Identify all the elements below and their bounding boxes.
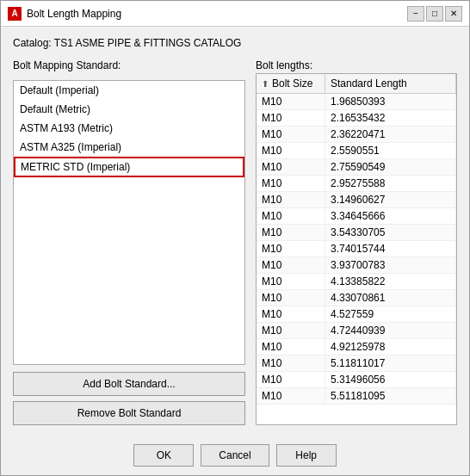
table-row[interactable]: M102.75590549 [257, 159, 456, 176]
left-panel: Bolt Mapping Standard: Default (Imperial… [13, 59, 245, 425]
title-bar: A Bolt Length Mapping − □ ✕ [1, 1, 469, 27]
table-row[interactable]: M103.93700783 [257, 257, 456, 274]
cell-bolt-size: M10 [257, 290, 325, 306]
cell-bolt-size: M10 [257, 159, 325, 175]
bolt-standard-list[interactable]: Default (Imperial) Default (Metric) ASTM… [13, 80, 245, 365]
cell-standard-length: 2.5590551 [325, 143, 456, 158]
window-controls: − □ ✕ [407, 6, 462, 22]
minimize-button[interactable]: − [407, 6, 424, 22]
cell-bolt-size: M10 [257, 323, 325, 338]
cell-standard-length: 3.93700783 [325, 257, 456, 273]
table-row[interactable]: M104.527559 [257, 306, 456, 323]
cell-standard-length: 3.34645666 [325, 208, 456, 224]
help-button[interactable]: Help [276, 444, 337, 467]
cell-standard-length: 4.92125978 [325, 339, 456, 355]
cell-standard-length: 4.72440939 [325, 323, 456, 338]
table-row[interactable]: M103.34645666 [257, 208, 456, 225]
table-header: ⬆Bolt Size Standard Length [257, 74, 456, 94]
cell-bolt-size: M10 [257, 110, 325, 126]
table-row[interactable]: M102.5590551 [257, 143, 456, 159]
maximize-button[interactable]: □ [426, 6, 443, 22]
col-header-bolt-size: ⬆Bolt Size [257, 74, 325, 93]
list-item-astm-a193[interactable]: ASTM A193 (Metric) [14, 119, 244, 138]
cell-bolt-size: M10 [257, 176, 325, 191]
bolt-length-mapping-window: A Bolt Length Mapping − □ ✕ Catalog: TS1… [0, 0, 470, 476]
cell-bolt-size: M10 [257, 372, 325, 387]
table-row[interactable]: M103.74015744 [257, 241, 456, 257]
cell-bolt-size: M10 [257, 192, 325, 207]
cell-bolt-size: M10 [257, 208, 325, 224]
table-row[interactable]: M103.54330705 [257, 225, 456, 241]
table-row[interactable]: M102.95275588 [257, 176, 456, 192]
bolt-mapping-standard-label: Bolt Mapping Standard: [13, 59, 245, 71]
table-row[interactable]: M105.51181095 [257, 388, 456, 405]
cell-standard-length: 4.527559 [325, 306, 456, 322]
dialog-footer: OK Cancel Help [1, 436, 469, 475]
standard-buttons: Add Bolt Standard... Remove Bolt Standar… [13, 372, 245, 425]
cell-bolt-size: M10 [257, 225, 325, 240]
cell-standard-length: 4.33070861 [325, 290, 456, 306]
remove-bolt-standard-button[interactable]: Remove Bolt Standard [13, 401, 245, 425]
cell-bolt-size: M10 [257, 274, 325, 289]
cell-bolt-size: M10 [257, 306, 325, 322]
main-area: Bolt Mapping Standard: Default (Imperial… [13, 59, 457, 425]
sort-icon-bolt-size: ⬆ [262, 79, 269, 89]
table-row[interactable]: M101.96850393 [257, 94, 456, 110]
table-row[interactable]: M104.92125978 [257, 339, 456, 355]
cell-bolt-size: M10 [257, 388, 325, 404]
list-item-default-metric[interactable]: Default (Metric) [14, 100, 244, 119]
app-icon: A [8, 7, 22, 21]
col-header-standard-length: Standard Length [325, 74, 456, 93]
cell-bolt-size: M10 [257, 257, 325, 273]
table-row[interactable]: M104.72440939 [257, 323, 456, 339]
right-panel: Bolt lengths: ⬆Bolt Size Standard Length… [256, 59, 457, 425]
cell-bolt-size: M10 [257, 339, 325, 355]
cell-bolt-size: M10 [257, 127, 325, 142]
window-title: Bolt Length Mapping [27, 8, 407, 20]
cell-standard-length: 3.54330705 [325, 225, 456, 240]
table-row[interactable]: M104.13385822 [257, 274, 456, 290]
catalog-label: Catalog: TS1 ASME PIPE & FITTINGS CATALO… [13, 37, 457, 49]
cell-standard-length: 4.13385822 [325, 274, 456, 289]
cancel-button[interactable]: Cancel [201, 444, 269, 467]
cell-bolt-size: M10 [257, 355, 325, 371]
cell-bolt-size: M10 [257, 241, 325, 257]
list-item-metric-std[interactable]: METRIC STD (Imperial) [14, 157, 244, 177]
list-item-default-imperial[interactable]: Default (Imperial) [14, 81, 244, 100]
table-row[interactable]: M105.11811017 [257, 355, 456, 372]
cell-standard-length: 2.75590549 [325, 159, 456, 175]
cell-standard-length: 5.31496056 [325, 372, 456, 387]
table-row[interactable]: M102.36220471 [257, 127, 456, 143]
cell-standard-length: 1.96850393 [325, 94, 456, 109]
cell-standard-length: 2.16535432 [325, 110, 456, 126]
cell-standard-length: 5.51181095 [325, 388, 456, 404]
cell-standard-length: 5.11811017 [325, 355, 456, 371]
cell-standard-length: 2.36220471 [325, 127, 456, 142]
bolt-lengths-label: Bolt lengths: [256, 59, 457, 71]
add-bolt-standard-button[interactable]: Add Bolt Standard... [13, 372, 245, 396]
close-button[interactable]: ✕ [445, 6, 462, 22]
cell-standard-length: 3.14960627 [325, 192, 456, 207]
table-body[interactable]: M101.96850393M102.16535432M102.36220471M… [257, 94, 456, 424]
cell-bolt-size: M10 [257, 94, 325, 109]
cell-bolt-size: M10 [257, 143, 325, 158]
table-row[interactable]: M102.16535432 [257, 110, 456, 127]
table-row[interactable]: M103.14960627 [257, 192, 456, 208]
dialog-content: Catalog: TS1 ASME PIPE & FITTINGS CATALO… [1, 27, 469, 436]
table-row[interactable]: M105.31496056 [257, 372, 456, 388]
cell-standard-length: 2.95275588 [325, 176, 456, 191]
cell-standard-length: 3.74015744 [325, 241, 456, 257]
bolt-lengths-table: ⬆Bolt Size Standard Length M101.96850393… [256, 73, 457, 425]
ok-button[interactable]: OK [133, 444, 194, 467]
table-row[interactable]: M104.33070861 [257, 290, 456, 306]
list-item-astm-a325[interactable]: ASTM A325 (Imperial) [14, 138, 244, 157]
